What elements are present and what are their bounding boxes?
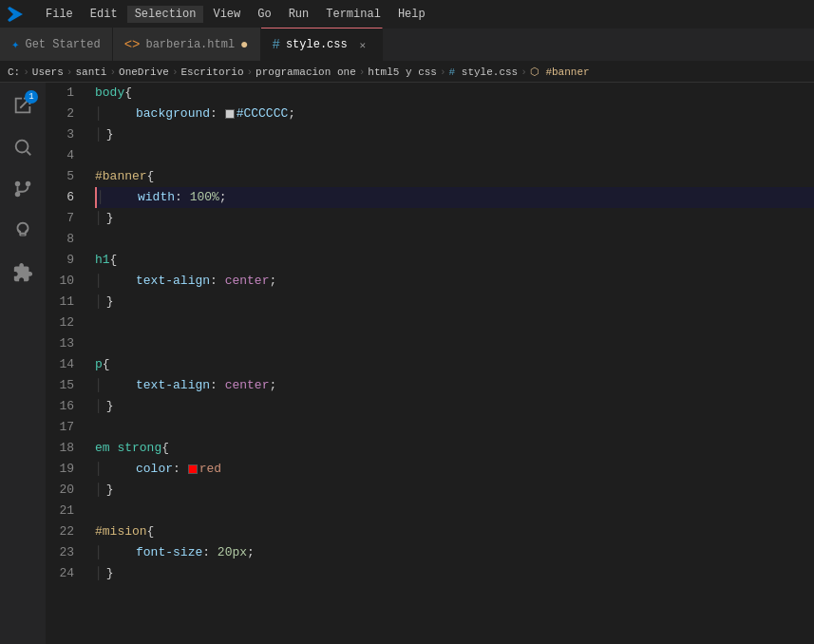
breadcrumb-c[interactable]: C: <box>8 66 20 78</box>
tab-bar: ✦ Get Started <> barberia.html ● # style… <box>0 28 814 62</box>
guide-icon: │ <box>95 563 103 584</box>
breadcrumb-stylecss[interactable]: # style.css <box>449 66 519 78</box>
menu-go[interactable]: Go <box>250 6 278 23</box>
code-line-17 <box>95 417 814 438</box>
guide-icon: │ <box>95 480 103 501</box>
color-swatch-red <box>188 464 198 474</box>
activity-source-control[interactable] <box>4 170 42 208</box>
main-layout: 1 1 <box>0 83 814 644</box>
code-line-15: │ text-align: center; <box>95 375 814 396</box>
line-num-14: 14 <box>46 354 82 375</box>
line-num-24: 24 <box>46 563 82 584</box>
code-line-10: │ text-align: center; <box>95 271 814 292</box>
menu-file[interactable]: File <box>38 6 81 23</box>
breadcrumb-banner[interactable]: ⬡ #banner <box>530 66 590 78</box>
svg-point-4 <box>26 181 31 187</box>
line-num-15: 15 <box>46 375 82 396</box>
code-line-2: │ background: #CCCCCC; <box>95 104 814 124</box>
activity-search[interactable] <box>4 128 42 166</box>
breadcrumb-escritorio[interactable]: Escritorio <box>180 66 243 78</box>
activity-extensions[interactable] <box>4 254 42 292</box>
code-line-21 <box>95 501 814 521</box>
guide-icon: │ <box>95 459 103 480</box>
tab-barberia-html[interactable]: <> barberia.html ● <box>113 28 261 61</box>
menu-terminal[interactable]: Terminal <box>318 6 388 23</box>
tab-close-button[interactable]: ✕ <box>355 37 370 52</box>
breadcrumb-santi[interactable]: santi <box>75 66 106 78</box>
code-line-4 <box>95 145 814 166</box>
line-num-9: 9 <box>46 250 82 271</box>
guide-icon: │ <box>95 124 103 145</box>
code-line-11: │} <box>95 292 814 313</box>
line-num-5: 5 <box>46 166 82 187</box>
code-line-1: body{ <box>95 83 814 104</box>
code-line-18: em strong{ <box>95 438 814 459</box>
line-num-1: 1 <box>46 83 82 104</box>
menu-edit[interactable]: Edit <box>83 6 125 23</box>
activity-run-debug[interactable] <box>4 212 42 250</box>
modified-dot: ● <box>240 37 248 52</box>
guide-icon: │ <box>95 271 103 292</box>
svg-point-3 <box>15 181 21 187</box>
line-num-6: 6 <box>46 187 82 208</box>
line-num-4: 4 <box>46 145 82 166</box>
line-num-20: 20 <box>46 480 82 501</box>
code-content[interactable]: body{ │ background: #CCCCCC; │} #banner{ <box>91 83 814 644</box>
breadcrumb-users[interactable]: Users <box>32 66 64 78</box>
line-num-10: 10 <box>46 271 82 292</box>
code-line-6: │ width: 100%; <box>95 187 814 208</box>
code-line-14: p{ <box>95 354 814 375</box>
line-num-7: 7 <box>46 208 82 229</box>
guide-icon: │ <box>95 542 103 563</box>
line-num-13: 13 <box>46 333 82 354</box>
line-num-3: 3 <box>46 124 82 145</box>
code-line-22: #mision{ <box>95 521 814 542</box>
breadcrumb-html5css[interactable]: html5 y css <box>368 66 437 78</box>
explorer-badge: 1 <box>25 90 38 104</box>
html-tab-icon: <> <box>124 37 141 52</box>
menu-view[interactable]: View <box>205 6 248 23</box>
code-line-19: │ color: red <box>95 459 814 480</box>
line-num-12: 12 <box>46 313 82 333</box>
menu-run[interactable]: Run <box>281 6 317 23</box>
css-tab-icon: # <box>273 37 280 52</box>
menu-help[interactable]: Help <box>390 6 433 23</box>
guide-icon: │ <box>95 208 103 229</box>
editor-area: 1 2 3 4 5 6 7 8 9 10 11 12 13 14 15 16 1… <box>46 83 814 644</box>
tab-style-css[interactable]: # style.css ✕ <box>261 28 383 61</box>
svg-line-1 <box>27 151 30 155</box>
activity-explorer[interactable]: 1 <box>4 86 42 124</box>
line-num-19: 19 <box>46 459 82 480</box>
tab-label: barberia.html <box>145 38 235 51</box>
line-num-2: 2 <box>46 104 82 124</box>
line-num-17: 17 <box>46 417 82 438</box>
breadcrumb-onedrive[interactable]: OneDrive <box>119 66 169 78</box>
tab-label: style.css <box>286 38 348 51</box>
vscode-tab-icon: ✦ <box>11 36 19 52</box>
line-numbers: 1 2 3 4 5 6 7 8 9 10 11 12 13 14 15 16 1… <box>46 83 91 644</box>
code-line-24: │} <box>95 563 814 584</box>
guide-icon: │ <box>97 187 104 208</box>
line-num-23: 23 <box>46 542 82 563</box>
breadcrumb: C: › Users › santi › OneDrive › Escritor… <box>0 62 814 83</box>
code-line-20: │} <box>95 480 814 501</box>
code-line-12 <box>95 313 814 333</box>
code-line-7: │} <box>95 208 814 229</box>
titlebar: File Edit Selection View Go Run Terminal… <box>0 0 814 28</box>
menu-selection[interactable]: Selection <box>127 6 204 23</box>
code-line-8 <box>95 229 814 250</box>
code-line-13 <box>95 333 814 354</box>
line-num-21: 21 <box>46 501 82 521</box>
vscode-logo-icon <box>8 7 23 22</box>
code-line-16: │} <box>95 396 814 417</box>
breadcrumb-programacion[interactable]: programacion one <box>256 66 356 78</box>
code-line-3: │} <box>95 124 814 145</box>
line-num-18: 18 <box>46 438 82 459</box>
tab-label: Get Started <box>25 38 100 51</box>
guide-icon: │ <box>95 104 103 124</box>
line-num-22: 22 <box>46 521 82 542</box>
tab-get-started[interactable]: ✦ Get Started <box>0 28 113 61</box>
line-num-8: 8 <box>46 229 82 250</box>
code-editor[interactable]: 1 2 3 4 5 6 7 8 9 10 11 12 13 14 15 16 1… <box>46 83 814 644</box>
guide-icon: │ <box>95 396 103 417</box>
